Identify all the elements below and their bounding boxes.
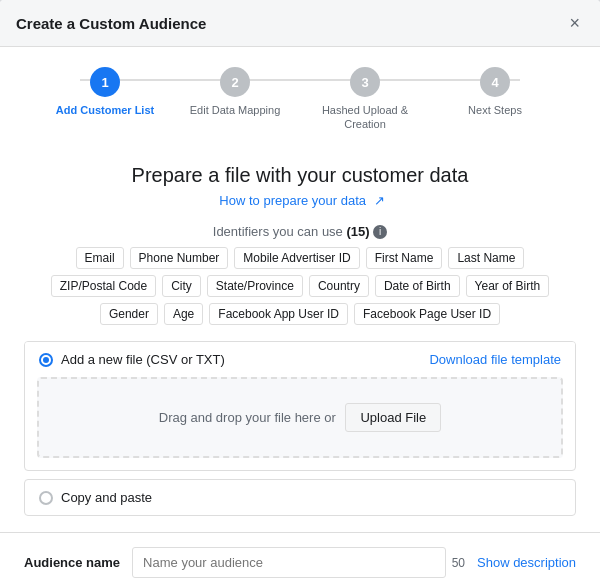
identifier-tag: Year of Birth bbox=[466, 275, 550, 297]
new-file-label: Add a new file (CSV or TXT) bbox=[61, 352, 225, 367]
identifier-tag: Age bbox=[164, 303, 203, 325]
download-file-template-link[interactable]: Download file template bbox=[429, 352, 561, 367]
step-2: 2 Edit Data Mapping bbox=[170, 67, 300, 117]
modal-title: Create a Custom Audience bbox=[16, 15, 206, 32]
help-link[interactable]: How to prepare your data ↗ bbox=[24, 193, 576, 208]
audience-section: Audience name 50 Show description bbox=[0, 532, 600, 588]
upload-header-left: Add a new file (CSV or TXT) bbox=[39, 352, 225, 367]
identifier-tag: Last Name bbox=[448, 247, 524, 269]
step-3-circle: 3 bbox=[350, 67, 380, 97]
identifier-tag: First Name bbox=[366, 247, 443, 269]
info-icon[interactable]: i bbox=[373, 225, 387, 239]
step-2-circle: 2 bbox=[220, 67, 250, 97]
step-2-label: Edit Data Mapping bbox=[190, 103, 281, 117]
tags-container: EmailPhone NumberMobile Advertiser IDFir… bbox=[24, 247, 576, 325]
step-3: 3 Hashed Upload & Creation bbox=[300, 67, 430, 132]
copy-paste-section: Copy and paste bbox=[24, 479, 576, 516]
audience-input-wrap: 50 bbox=[132, 547, 465, 578]
upload-header: Add a new file (CSV or TXT) Download fil… bbox=[25, 342, 575, 377]
close-button[interactable]: × bbox=[565, 12, 584, 34]
stepper: 1 Add Customer List 2 Edit Data Mapping … bbox=[0, 47, 600, 148]
drop-zone: Drag and drop your file here or Upload F… bbox=[37, 377, 563, 458]
identifier-tag: Country bbox=[309, 275, 369, 297]
identifier-tag: Date of Birth bbox=[375, 275, 460, 297]
modal-header: Create a Custom Audience × bbox=[0, 0, 600, 47]
identifier-tag: Facebook Page User ID bbox=[354, 303, 500, 325]
step-4: 4 Next Steps bbox=[430, 67, 560, 117]
new-file-radio[interactable] bbox=[39, 353, 53, 367]
step-1-label: Add Customer List bbox=[56, 103, 154, 117]
create-audience-modal: Create a Custom Audience × 1 Add Custome… bbox=[0, 0, 600, 588]
identifiers-label: Identifiers you can use (15) i bbox=[24, 224, 576, 240]
upload-file-button[interactable]: Upload File bbox=[345, 403, 441, 432]
identifier-tag: Gender bbox=[100, 303, 158, 325]
copy-paste-radio[interactable] bbox=[39, 491, 53, 505]
upload-section: Add a new file (CSV or TXT) Download fil… bbox=[24, 341, 576, 471]
audience-name-input[interactable] bbox=[132, 547, 446, 578]
copy-paste-label: Copy and paste bbox=[61, 490, 152, 505]
char-count: 50 bbox=[452, 556, 465, 570]
step-3-label: Hashed Upload & Creation bbox=[300, 103, 430, 132]
help-link-icon: ↗ bbox=[374, 193, 385, 208]
section-title: Prepare a file with your customer data bbox=[24, 164, 576, 187]
help-link-text: How to prepare your data bbox=[219, 193, 366, 208]
identifier-tag: City bbox=[162, 275, 201, 297]
identifier-tag: State/Province bbox=[207, 275, 303, 297]
copy-header: Copy and paste bbox=[39, 490, 561, 505]
identifier-tag: Phone Number bbox=[130, 247, 229, 269]
step-4-label: Next Steps bbox=[468, 103, 522, 117]
step-4-circle: 4 bbox=[480, 67, 510, 97]
step-1-circle: 1 bbox=[90, 67, 120, 97]
step-1: 1 Add Customer List bbox=[40, 67, 170, 117]
drop-zone-text: Drag and drop your file here or bbox=[159, 410, 336, 425]
identifier-tag: Facebook App User ID bbox=[209, 303, 348, 325]
modal-content: Prepare a file with your customer data H… bbox=[0, 148, 600, 533]
audience-name-label: Audience name bbox=[24, 555, 120, 570]
show-description-button[interactable]: Show description bbox=[477, 555, 576, 570]
identifier-tag: Mobile Advertiser ID bbox=[234, 247, 359, 269]
identifier-tag: Email bbox=[76, 247, 124, 269]
identifier-tag: ZIP/Postal Code bbox=[51, 275, 156, 297]
